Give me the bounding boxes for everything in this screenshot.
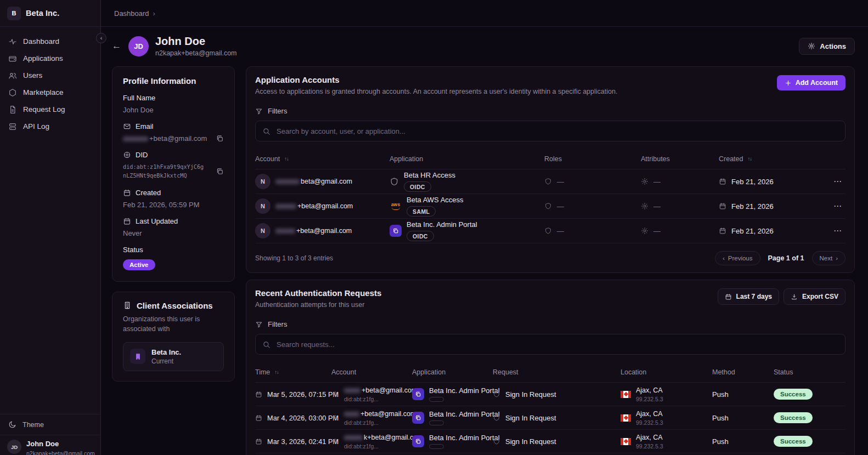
table-row[interactable]: N +beta@gmail.com Beta Inc. Admin Portal… (255, 219, 846, 243)
add-account-button[interactable]: Add Account (777, 75, 846, 90)
sidebar-item-dashboard[interactable]: Dashboard (0, 33, 100, 50)
calendar-icon (255, 438, 262, 445)
shield-icon (544, 202, 552, 210)
user-email: n2kapak+beta@gmail.com (155, 49, 237, 57)
avatar: N (255, 198, 270, 214)
association-item[interactable]: Beta Inc. Current (123, 342, 224, 371)
right-column: Application Accounts Access to applicati… (246, 66, 855, 455)
created-label-row: Created (123, 189, 224, 197)
column-header-time[interactable]: Time↑↓ (255, 368, 331, 376)
application-info: Beta Inc. Admin Portal OIDC (407, 220, 477, 241)
download-icon (791, 293, 798, 300)
avatar: N (255, 174, 270, 189)
pagination: ‹Previous Page 1 of 1 Next› (715, 251, 846, 265)
application-accounts-card: Application Accounts Access to applicati… (246, 66, 855, 273)
activity-icon (8, 37, 17, 46)
account-info: +beta@gmail.com did:abt:z1fg... (344, 410, 416, 426)
column-header-created[interactable]: Created↑↓ (719, 155, 826, 163)
location-ip: 99.232.5.3 (636, 396, 663, 402)
card-title: Client Associations (137, 301, 213, 310)
sidebar-nav: Dashboard Applications Users Marketplace… (0, 27, 100, 414)
sort-icon: ↑↓ (284, 156, 289, 162)
export-csv-button[interactable]: Export CSV (784, 288, 846, 305)
table-row[interactable]: N beta@gmail.com Beta HR Access OIDC (255, 169, 846, 194)
sidebar-item-applications[interactable]: Applications (0, 50, 100, 67)
row-menu-button[interactable]: ⋯ (826, 226, 846, 236)
gear-icon (641, 227, 649, 235)
row-menu-button[interactable]: ⋯ (826, 201, 846, 211)
calendar-icon (719, 227, 726, 235)
created-value: Feb 21, 2026 (731, 202, 774, 211)
roles-value: — (557, 202, 564, 211)
copy-icon[interactable] (216, 134, 224, 143)
location-cell: Ajax, CA 99.232.5.3 (621, 386, 712, 402)
calendar-icon (725, 293, 732, 300)
account-cell: +beta@gmail.com did:abt:z1fg... (331, 410, 412, 426)
table-row[interactable]: Mar 3, 2026, 02:41 PM k+beta@gmail.com d… (255, 430, 846, 453)
created-cell: Feb 21, 2026 (719, 227, 826, 235)
building-icon (130, 349, 145, 364)
table-row[interactable]: N +beta@gmail.com aws Beta AWS Access SA… (255, 194, 846, 219)
location-city: Ajax, CA (636, 386, 663, 394)
search-input[interactable] (275, 127, 838, 136)
account-did: did:abt:z1fg... (344, 443, 423, 450)
row-menu-button[interactable]: ⋯ (826, 177, 846, 186)
email-label-row: Email (123, 122, 224, 130)
filters-toggle[interactable]: Filters (255, 107, 846, 115)
protocol-badge: OIDC (407, 231, 434, 241)
export-csv-label: Export CSV (802, 293, 838, 300)
next-button[interactable]: Next› (812, 251, 846, 265)
table-row[interactable]: Mar 5, 2026, 07:15 PM +beta@gmail.com di… (255, 383, 846, 406)
recent-auth-requests-card: Recent Authentication Requests Authentic… (246, 280, 855, 455)
calendar-icon (719, 178, 726, 185)
filters-label: Filters (268, 107, 287, 115)
badge-placeholder (429, 397, 444, 402)
method-cell: Push (712, 390, 774, 399)
column-header-roles: Roles (544, 155, 641, 163)
filters-toggle[interactable]: Filters (255, 320, 846, 328)
account-cell: k+beta@gmail.com did:abt:z1fg... (331, 434, 412, 450)
actions-button[interactable]: Actions (799, 38, 855, 55)
column-header-account[interactable]: Account↑↓ (255, 155, 390, 163)
theme-toggle[interactable]: Theme (0, 414, 100, 435)
application-name: Beta HR Access (404, 171, 455, 179)
brand[interactable]: B Beta Inc. (0, 0, 100, 27)
shield-icon (493, 414, 500, 422)
sidebar-user-name: John Doe (26, 440, 95, 448)
back-button[interactable]: ← (112, 41, 121, 52)
sidebar-item-marketplace[interactable]: Marketplace (0, 84, 100, 101)
sidebar-item-api-log[interactable]: API Log (0, 118, 100, 135)
sidebar-item-users[interactable]: Users (0, 67, 100, 84)
left-column: Profile Information Full Name John Doe E… (112, 66, 235, 382)
sidebar-item-request-log[interactable]: Request Log (0, 101, 100, 118)
copy-icon[interactable] (216, 167, 224, 175)
date-range-button[interactable]: Last 7 days (718, 288, 779, 305)
building-icon (123, 301, 132, 310)
badge-placeholder (429, 420, 444, 425)
account-did: did:abt:z1fg... (344, 419, 416, 426)
application-cell: Beta Inc. Admin Portal OIDC (390, 220, 544, 241)
request-type: Sign In Request (505, 390, 556, 399)
column-header-application: Application (412, 368, 493, 376)
org-name: Beta Inc. (151, 348, 181, 356)
location-cell: Ajax, CA 99.232.5.3 (621, 410, 712, 426)
application-name: Beta Inc. Admin Portal (429, 386, 493, 395)
wallet-icon (8, 54, 17, 63)
table-row[interactable]: Mar 4, 2026, 03:00 PM +beta@gmail.com di… (255, 406, 846, 430)
search-input[interactable] (275, 340, 838, 349)
sidebar-user[interactable]: JD John Doe n2kapak+beta@gmail.com (0, 435, 100, 455)
account-cell: N +beta@gmail.com (255, 223, 390, 238)
canada-flag-icon (621, 391, 631, 398)
gear-icon (641, 202, 649, 210)
hexagon-icon (8, 88, 17, 97)
method-value: Push (712, 390, 729, 399)
application-cell: Beta Inc. Admin Portal (412, 386, 493, 402)
application-name: Beta Inc. Admin Portal (429, 410, 493, 418)
location-cell: Ajax, CA 99.232.5.3 (621, 434, 712, 450)
created-value: Feb 21, 2026, 05:59 PM (123, 201, 224, 209)
breadcrumb[interactable]: Dashboard (114, 9, 149, 18)
account-info: k+beta@gmail.com did:abt:z1fg... (344, 434, 423, 450)
previous-button[interactable]: ‹Previous (715, 251, 760, 265)
card-title-row: Client Associations (123, 301, 224, 310)
sidebar-collapse-button[interactable]: ‹ (96, 33, 106, 43)
